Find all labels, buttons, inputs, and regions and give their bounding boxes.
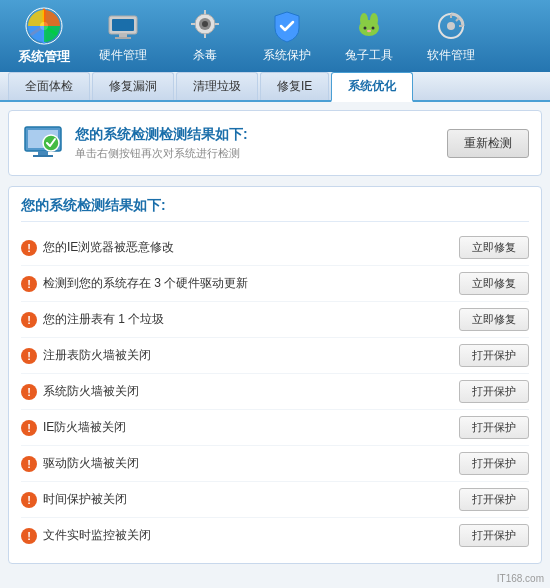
result-left: ! 时间保护被关闭 (21, 491, 127, 508)
result-row: ! 检测到您的系统存在 3 个硬件驱动更新 立即修复 (21, 266, 529, 302)
watermark: IT168.com (497, 573, 544, 584)
warning-icon: ! (21, 240, 37, 256)
svg-rect-3 (112, 19, 134, 31)
result-left: ! 您的IE浏览器被恶意修改 (21, 239, 174, 256)
protect-driver-firewall-button[interactable]: 打开保护 (459, 452, 529, 475)
nav-item-software[interactable]: 软件管理 (412, 2, 490, 70)
tab-system-optimize[interactable]: 系统优化 (331, 72, 413, 102)
tab-clean-junk[interactable]: 清理垃圾 (176, 72, 258, 100)
nav-item-software-label: 软件管理 (427, 47, 475, 64)
summary-text: 您的系统检测检测结果如下: 单击右侧按钮再次对系统进行检测 (75, 126, 248, 161)
result-row: ! 驱动防火墙被关闭 打开保护 (21, 446, 529, 482)
nav-item-antivirus-label: 杀毒 (193, 47, 217, 64)
tab-fix-ie[interactable]: 修复IE (260, 72, 329, 100)
result-text: 您的注册表有 1 个垃圾 (43, 311, 164, 328)
nav-logo[interactable]: 系统管理 (8, 6, 80, 66)
warning-icon: ! (21, 312, 37, 328)
warning-icon: ! (21, 348, 37, 364)
result-left: ! 驱动防火墙被关闭 (21, 455, 139, 472)
result-text: 文件实时监控被关闭 (43, 527, 151, 544)
summary-title: 您的系统检测检测结果如下: (75, 126, 248, 144)
result-row: ! 注册表防火墙被关闭 打开保护 (21, 338, 529, 374)
svg-rect-27 (38, 151, 48, 155)
protect-registry-firewall-button[interactable]: 打开保护 (459, 344, 529, 367)
summary-subtitle: 单击右侧按钮再次对系统进行检测 (75, 146, 248, 161)
antivirus-icon (187, 8, 223, 44)
result-text: 您的IE浏览器被恶意修改 (43, 239, 174, 256)
software-icon (433, 8, 469, 44)
result-text: 检测到您的系统存在 3 个硬件驱动更新 (43, 275, 248, 292)
monitor-icon (21, 121, 65, 165)
result-left: ! 系统防火墙被关闭 (21, 383, 139, 400)
result-row: ! 系统防火墙被关闭 打开保护 (21, 374, 529, 410)
result-text: 时间保护被关闭 (43, 491, 127, 508)
nav-logo-label: 系统管理 (18, 48, 70, 66)
svg-point-15 (370, 13, 378, 27)
protect-time-button[interactable]: 打开保护 (459, 488, 529, 511)
summary-box: 您的系统检测检测结果如下: 单击右侧按钮再次对系统进行检测 重新检测 (8, 110, 542, 176)
warning-icon: ! (21, 420, 37, 436)
result-row: ! 时间保护被关闭 打开保护 (21, 482, 529, 518)
result-left: ! 您的注册表有 1 个垃圾 (21, 311, 164, 328)
top-nav: 系统管理 硬件管理 杀毒 (0, 0, 550, 72)
nav-item-protection[interactable]: 系统保护 (248, 2, 326, 70)
results-title: 您的系统检测结果如下: (21, 197, 529, 222)
fix-driver-button[interactable]: 立即修复 (459, 272, 529, 295)
svg-line-22 (456, 18, 459, 21)
result-left: ! IE防火墙被关闭 (21, 419, 126, 436)
result-text: 驱动防火墙被关闭 (43, 455, 139, 472)
tab-full-check[interactable]: 全面体检 (8, 72, 90, 100)
tab-bar: 全面体检 修复漏洞 清理垃圾 修复IE 系统优化 (0, 72, 550, 102)
hardware-icon (105, 8, 141, 44)
result-left: ! 注册表防火墙被关闭 (21, 347, 151, 364)
nav-item-tools[interactable]: 兔子工具 (330, 2, 408, 70)
nav-item-hardware-label: 硬件管理 (99, 47, 147, 64)
svg-point-20 (447, 22, 455, 30)
result-text: 注册表防火墙被关闭 (43, 347, 151, 364)
svg-rect-28 (33, 155, 53, 157)
svg-point-17 (372, 27, 375, 30)
svg-point-8 (202, 21, 208, 27)
summary-left: 您的系统检测检测结果如下: 单击右侧按钮再次对系统进行检测 (21, 121, 248, 165)
result-row: ! 文件实时监控被关闭 打开保护 (21, 518, 529, 553)
warning-icon: ! (21, 456, 37, 472)
protect-file-monitor-button[interactable]: 打开保护 (459, 524, 529, 547)
result-row: ! 您的IE浏览器被恶意修改 立即修复 (21, 230, 529, 266)
warning-icon: ! (21, 492, 37, 508)
logo-icon (24, 6, 64, 46)
svg-rect-4 (119, 34, 127, 37)
result-row: ! 您的注册表有 1 个垃圾 立即修复 (21, 302, 529, 338)
main-content: 您的系统检测检测结果如下: 单击右侧按钮再次对系统进行检测 重新检测 您的系统检… (0, 102, 550, 588)
result-left: ! 检测到您的系统存在 3 个硬件驱动更新 (21, 275, 248, 292)
warning-icon: ! (21, 528, 37, 544)
svg-point-18 (367, 30, 371, 32)
result-text: 系统防火墙被关闭 (43, 383, 139, 400)
result-text: IE防火墙被关闭 (43, 419, 126, 436)
fix-registry-button[interactable]: 立即修复 (459, 308, 529, 331)
results-section: 您的系统检测结果如下: ! 您的IE浏览器被恶意修改 立即修复 ! 检测到您的系… (8, 186, 542, 564)
protect-ie-firewall-button[interactable]: 打开保护 (459, 416, 529, 439)
result-left: ! 文件实时监控被关闭 (21, 527, 151, 544)
svg-point-14 (360, 13, 368, 27)
tab-fix-holes[interactable]: 修复漏洞 (92, 72, 174, 100)
svg-rect-5 (115, 37, 131, 39)
nav-item-protection-label: 系统保护 (263, 47, 311, 64)
nav-item-tools-label: 兔子工具 (345, 47, 393, 64)
protect-system-firewall-button[interactable]: 打开保护 (459, 380, 529, 403)
nav-item-hardware[interactable]: 硬件管理 (84, 2, 162, 70)
svg-point-16 (364, 27, 367, 30)
fix-ie-button[interactable]: 立即修复 (459, 236, 529, 259)
recheck-button[interactable]: 重新检测 (447, 129, 529, 158)
protection-icon (269, 8, 305, 44)
warning-icon: ! (21, 384, 37, 400)
result-row: ! IE防火墙被关闭 打开保护 (21, 410, 529, 446)
tools-icon (351, 8, 387, 44)
nav-item-antivirus[interactable]: 杀毒 (166, 2, 244, 70)
warning-icon: ! (21, 276, 37, 292)
